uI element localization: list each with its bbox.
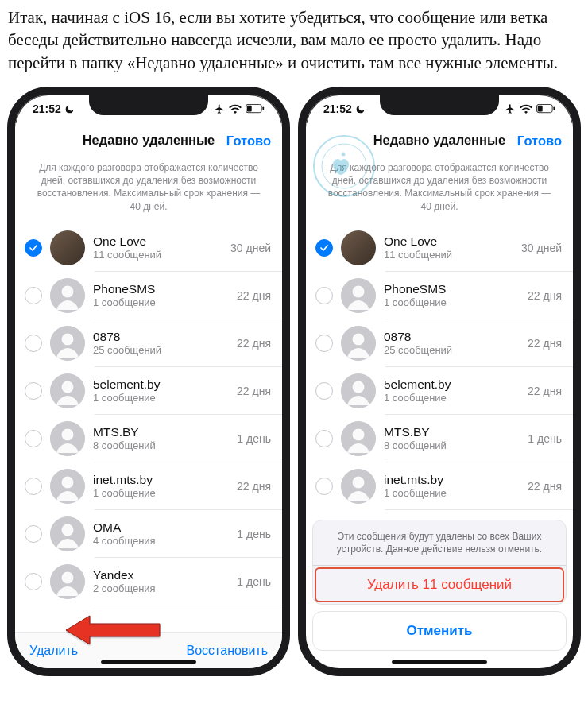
home-indicator [392, 660, 487, 664]
message-count: 2 сообщения [93, 582, 229, 595]
days-remaining: 30 дней [230, 242, 271, 254]
placeholder-avatar [341, 278, 376, 313]
message-count: 25 сообщений [384, 344, 520, 357]
conversation-row[interactable]: MTS.BY8 сообщений1 день [15, 415, 282, 462]
conversation-name: 0878 [384, 330, 520, 344]
days-remaining: 22 дня [237, 385, 271, 397]
message-count: 1 сообщение [93, 392, 229, 404]
message-count: 4 сообщения [93, 535, 229, 547]
conversation-row[interactable]: PhoneSMS1 сообщение22 дня [306, 272, 573, 319]
days-remaining: 1 день [237, 528, 271, 540]
conversation-row[interactable]: One Love11 сообщений30 дней [306, 224, 573, 272]
select-radio[interactable] [25, 525, 42, 543]
conversation-name: 5element.by [93, 377, 229, 392]
svg-rect-2 [262, 106, 264, 110]
select-radio[interactable] [25, 478, 42, 495]
select-radio[interactable] [25, 239, 42, 257]
list-description: Для каждого разговора отображается колич… [306, 158, 573, 224]
conversation-row[interactable]: OMA4 сообщения1 день [15, 510, 282, 558]
placeholder-avatar [50, 516, 85, 551]
nav-title: Недавно удаленные [83, 133, 215, 148]
conversation-name: 5element.by [384, 377, 520, 392]
select-radio[interactable] [315, 478, 333, 495]
message-count: 1 сообщение [384, 392, 520, 404]
select-radio[interactable] [315, 287, 333, 304]
svg-rect-20 [553, 106, 555, 110]
status-time: 21:52 [33, 103, 61, 115]
days-remaining: 22 дня [528, 385, 562, 397]
svg-point-14 [62, 524, 74, 536]
conversation-row[interactable]: Yandex2 сообщения1 день [15, 558, 282, 605]
delete-button[interactable]: Удалить [29, 644, 78, 658]
done-button[interactable]: Готово [517, 123, 562, 158]
conversation-name: inet.mts.by [384, 473, 520, 487]
placeholder-avatar [341, 469, 376, 504]
conversation-row[interactable]: PhoneSMS1 сообщение22 дня [15, 272, 282, 319]
wifi-icon [520, 104, 532, 114]
select-radio[interactable] [25, 382, 42, 400]
days-remaining: 1 день [528, 432, 562, 445]
message-count: 8 сообщений [384, 439, 520, 452]
cancel-button[interactable]: Отменить [312, 611, 567, 651]
message-count: 8 сообщений [93, 439, 229, 452]
conversation-row[interactable]: inet.mts.by1 сообщение22 дня [15, 462, 282, 510]
svg-rect-1 [247, 106, 252, 112]
conversation-row[interactable]: 087825 сообщений22 дня [306, 319, 573, 367]
svg-point-29 [353, 381, 365, 393]
days-remaining: 22 дня [237, 480, 271, 493]
wifi-icon [229, 104, 242, 114]
phone-left: 21:52 Недавно удаленные Готово Для каждо… [7, 87, 290, 676]
conversation-name: inet.mts.by [93, 473, 229, 487]
message-count: 1 сообщение [384, 296, 520, 309]
select-radio[interactable] [25, 573, 42, 590]
svg-point-10 [62, 428, 74, 440]
conversation-row[interactable]: 5element.by1 сообщение22 дня [306, 367, 573, 415]
select-radio[interactable] [25, 287, 42, 304]
conversation-name: MTS.BY [384, 425, 520, 439]
conversation-name: Yandex [93, 568, 229, 582]
restore-button[interactable]: Восстановить [187, 644, 268, 658]
placeholder-avatar [341, 326, 376, 361]
days-remaining: 22 дня [528, 337, 562, 350]
moon-icon [355, 104, 366, 114]
conversation-name: OMA [93, 520, 229, 535]
placeholder-avatar [50, 278, 85, 313]
delete-messages-button[interactable]: Удалить 11 сообщений [313, 566, 566, 604]
home-indicator [101, 660, 196, 664]
select-radio[interactable] [315, 335, 333, 352]
battery-icon [536, 104, 555, 114]
notch [89, 93, 208, 115]
placeholder-avatar [50, 564, 85, 599]
svg-rect-19 [538, 106, 543, 112]
conversation-row[interactable]: One Love11 сообщений30 дней [15, 224, 282, 272]
placeholder-avatar [50, 421, 85, 456]
days-remaining: 22 дня [237, 289, 271, 302]
conversation-name: One Love [384, 234, 513, 249]
message-count: 11 сообщений [384, 249, 513, 261]
conversation-row[interactable]: MTS.BY8 сообщений1 день [306, 415, 573, 462]
days-remaining: 1 день [237, 575, 271, 588]
select-radio[interactable] [315, 430, 333, 447]
select-radio[interactable] [315, 239, 333, 257]
days-remaining: 22 дня [528, 289, 562, 302]
conversation-row[interactable]: inet.mts.by1 сообщение22 дня [306, 462, 573, 510]
conversation-row[interactable]: 5element.by1 сообщение22 дня [15, 367, 282, 415]
days-remaining: 22 дня [237, 337, 271, 350]
svg-point-27 [353, 333, 365, 345]
contact-photo-avatar [50, 230, 85, 265]
svg-point-12 [62, 476, 74, 488]
airplane-icon [214, 103, 225, 114]
svg-point-16 [62, 571, 74, 583]
select-radio[interactable] [315, 382, 333, 400]
conversation-name: PhoneSMS [93, 282, 229, 296]
nav-title: Недавно удаленные [373, 133, 506, 148]
message-count: 25 сообщений [93, 344, 229, 357]
select-radio[interactable] [25, 430, 42, 447]
conversation-name: 0878 [93, 330, 229, 344]
svg-point-33 [353, 476, 365, 488]
conversation-row[interactable]: 087825 сообщений22 дня [15, 319, 282, 367]
select-radio[interactable] [25, 335, 42, 352]
conversation-list: One Love11 сообщений30 днейPhoneSMS1 соо… [15, 224, 282, 632]
phone-screenshots: 21:52 Недавно удаленные Готово Для каждо… [0, 87, 588, 684]
done-button[interactable]: Готово [226, 123, 271, 158]
